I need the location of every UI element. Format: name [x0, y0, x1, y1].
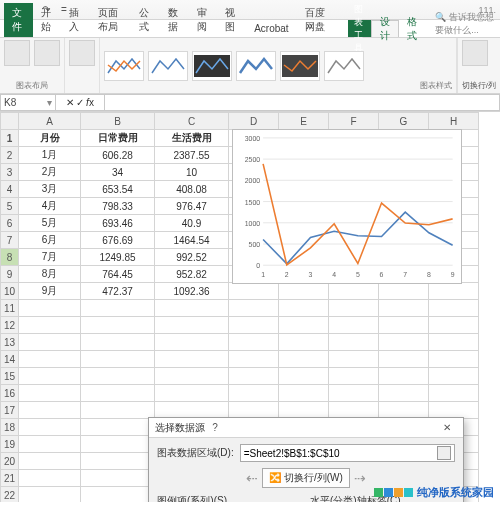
chart-style-thumb[interactable]: [104, 51, 144, 81]
col-header[interactable]: F: [329, 113, 379, 130]
grid-row[interactable]: 16: [1, 385, 479, 402]
cell[interactable]: [19, 470, 81, 487]
cell[interactable]: 1464.54: [155, 232, 229, 249]
cell[interactable]: 798.33: [81, 198, 155, 215]
row-header[interactable]: 2: [1, 147, 19, 164]
cell[interactable]: 40.9: [155, 215, 229, 232]
tab-chart-design[interactable]: 设计: [371, 20, 399, 37]
tab-home[interactable]: 开始: [33, 3, 62, 37]
grid-row[interactable]: 11: [1, 300, 479, 317]
row-header[interactable]: 22: [1, 487, 19, 503]
cell[interactable]: 生活费用: [155, 130, 229, 147]
cell[interactable]: [81, 402, 155, 419]
fx-icon[interactable]: fx: [86, 97, 94, 108]
cell[interactable]: [155, 385, 229, 402]
tab-file[interactable]: 文件: [4, 3, 33, 37]
row-header[interactable]: 21: [1, 470, 19, 487]
help-icon[interactable]: ?: [205, 422, 225, 433]
row-header[interactable]: 6: [1, 215, 19, 232]
cell[interactable]: [19, 453, 81, 470]
cell[interactable]: 976.47: [155, 198, 229, 215]
switch-row-col-button[interactable]: [462, 40, 488, 66]
switch-row-column-button[interactable]: 🔀 切换行/列(W): [262, 468, 350, 488]
cell[interactable]: [429, 368, 479, 385]
cell[interactable]: 764.45: [81, 266, 155, 283]
cell[interactable]: [81, 487, 155, 503]
cell[interactable]: [81, 368, 155, 385]
chart-style-thumb[interactable]: [192, 51, 232, 81]
cell[interactable]: [19, 385, 81, 402]
cell[interactable]: [429, 317, 479, 334]
cell[interactable]: [19, 402, 81, 419]
cell[interactable]: [379, 317, 429, 334]
range-picker-icon[interactable]: [437, 446, 451, 460]
cell[interactable]: [155, 334, 229, 351]
cell[interactable]: [279, 351, 329, 368]
tab-insert[interactable]: 插入: [61, 3, 90, 37]
row-header[interactable]: 12: [1, 317, 19, 334]
row-header[interactable]: 3: [1, 164, 19, 181]
cell[interactable]: [229, 385, 279, 402]
cell[interactable]: 2387.55: [155, 147, 229, 164]
tab-review[interactable]: 审阅: [189, 3, 218, 37]
cell[interactable]: [155, 317, 229, 334]
cell[interactable]: 952.82: [155, 266, 229, 283]
cell[interactable]: [329, 317, 379, 334]
grid-row[interactable]: 13: [1, 334, 479, 351]
cell[interactable]: [429, 351, 479, 368]
row-header[interactable]: 9: [1, 266, 19, 283]
grid-row[interactable]: 15: [1, 368, 479, 385]
tab-acrobat[interactable]: Acrobat: [246, 20, 296, 37]
name-box[interactable]: K8 ▾: [0, 94, 56, 111]
cell[interactable]: [229, 317, 279, 334]
tab-page-layout[interactable]: 页面布局: [90, 3, 131, 37]
cell[interactable]: [379, 300, 429, 317]
cell[interactable]: [81, 419, 155, 436]
enter-icon[interactable]: ✓: [76, 97, 84, 108]
tab-formulas[interactable]: 公式: [131, 3, 160, 37]
cell[interactable]: [81, 436, 155, 453]
cancel-icon[interactable]: ✕: [66, 97, 74, 108]
cell[interactable]: [81, 317, 155, 334]
row-header[interactable]: 8: [1, 249, 19, 266]
cell[interactable]: 10: [155, 164, 229, 181]
cell[interactable]: 月份: [19, 130, 81, 147]
cell[interactable]: [379, 334, 429, 351]
cell[interactable]: [429, 402, 479, 419]
cell[interactable]: [81, 300, 155, 317]
cell[interactable]: [81, 351, 155, 368]
row-header[interactable]: 5: [1, 198, 19, 215]
dialog-titlebar[interactable]: 选择数据源 ? ✕: [149, 418, 463, 438]
cell[interactable]: [329, 351, 379, 368]
row-header[interactable]: 15: [1, 368, 19, 385]
cell[interactable]: 606.28: [81, 147, 155, 164]
cell[interactable]: [429, 385, 479, 402]
tab-view[interactable]: 视图: [217, 3, 246, 37]
cell[interactable]: [229, 351, 279, 368]
cell[interactable]: 992.52: [155, 249, 229, 266]
cell[interactable]: [279, 402, 329, 419]
cell[interactable]: [279, 385, 329, 402]
cell[interactable]: [279, 368, 329, 385]
row-header[interactable]: 13: [1, 334, 19, 351]
chart-styles-gallery[interactable]: [100, 38, 416, 93]
cell[interactable]: 7月: [19, 249, 81, 266]
cell[interactable]: [429, 300, 479, 317]
tab-chart-format[interactable]: 格式: [399, 20, 425, 37]
cell[interactable]: [19, 436, 81, 453]
cell[interactable]: [379, 351, 429, 368]
cell[interactable]: [155, 368, 229, 385]
formula-input[interactable]: [104, 94, 500, 111]
tab-baidu[interactable]: 百度网盘: [297, 3, 338, 37]
cell[interactable]: 4月: [19, 198, 81, 215]
cell[interactable]: [19, 368, 81, 385]
cell[interactable]: [229, 368, 279, 385]
row-header[interactable]: 14: [1, 351, 19, 368]
cell[interactable]: [19, 334, 81, 351]
cell[interactable]: [429, 334, 479, 351]
quick-layout-button[interactable]: [34, 40, 60, 66]
col-header[interactable]: G: [379, 113, 429, 130]
add-chart-element-button[interactable]: [4, 40, 30, 66]
cell[interactable]: [229, 402, 279, 419]
cell[interactable]: [19, 419, 81, 436]
